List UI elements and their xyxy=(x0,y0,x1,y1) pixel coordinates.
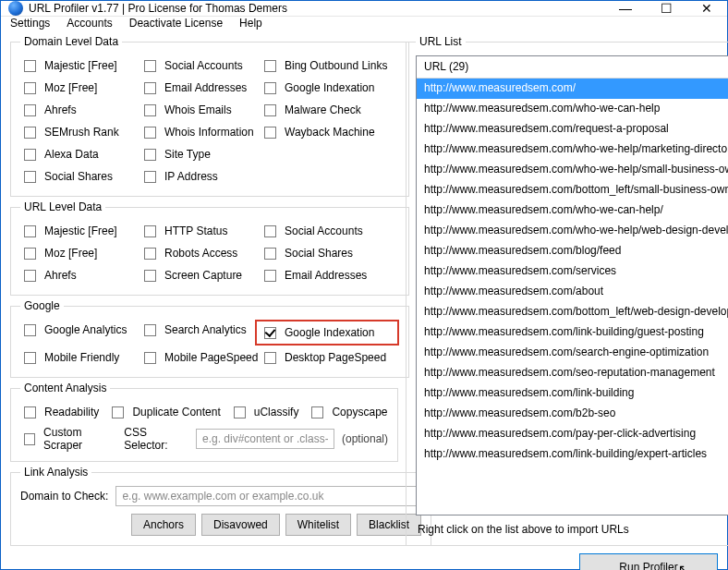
chk-url-majestic[interactable]: Majestic [Free] xyxy=(20,221,140,241)
close-button[interactable]: ✕ xyxy=(686,1,727,16)
group-domain-level: Domain Level Data Majestic [Free] Social… xyxy=(10,35,409,197)
highlight-google-indexation: Google Indexation xyxy=(255,320,399,346)
chk-domain-alexa[interactable]: Alexa Data xyxy=(20,144,140,164)
disavowed-button[interactable]: Disavowed xyxy=(201,514,280,536)
chk-domain-bing-outbound[interactable]: Bing Outbound Links xyxy=(261,55,399,76)
minimize-button[interactable]: — xyxy=(605,1,646,16)
group-google-legend: Google xyxy=(20,299,64,312)
url-row[interactable]: http://www.measuredsem.com/bottom_left/w… xyxy=(417,302,728,322)
content-area: Domain Level Data Majestic [Free] Social… xyxy=(1,30,727,553)
chk-custom-scraper[interactable]: Custom Scraper xyxy=(20,429,116,449)
chk-domain-social-shares[interactable]: Social Shares xyxy=(20,166,140,187)
group-link-analysis: Link Analysis Domain to Check: Anchors D… xyxy=(10,466,431,546)
url-row[interactable]: http://www.measuredsem.com/b2b-seo xyxy=(417,404,728,424)
chk-url-moz[interactable]: Moz [Free] xyxy=(20,243,140,263)
chk-domain-social-accounts[interactable]: Social Accounts xyxy=(140,55,261,76)
url-row[interactable]: http://www.measuredsem.com/search-engine… xyxy=(417,343,728,363)
url-row[interactable]: http://www.measuredsem.com/bottom_left/s… xyxy=(417,180,728,200)
chk-domain-ahrefs[interactable]: Ahrefs xyxy=(20,100,140,120)
url-row[interactable]: http://www.measuredsem.com/blog/feed xyxy=(417,241,728,261)
menu-accounts[interactable]: Accounts xyxy=(67,17,112,30)
chk-url-ahrefs[interactable]: Ahrefs xyxy=(20,265,140,285)
window-title: URL Profiler v1.77 | Pro License for Tho… xyxy=(29,2,605,15)
menu-settings[interactable]: Settings xyxy=(10,17,50,30)
url-row[interactable]: http://www.measuredsem.com/who-we-help/w… xyxy=(417,221,728,241)
chk-copyscape[interactable]: Copyscape xyxy=(308,402,387,422)
footer: Run Profiler ↖ xyxy=(1,553,727,570)
maximize-button[interactable]: ☐ xyxy=(646,1,686,16)
chk-domain-malware[interactable]: Malware Check xyxy=(261,100,399,120)
chk-domain-whois-emails[interactable]: Whois Emails xyxy=(140,100,261,120)
url-row[interactable]: http://www.measuredsem.com/who-we-help/s… xyxy=(417,160,728,180)
chk-url-social-shares[interactable]: Social Shares xyxy=(261,243,399,263)
group-domain-legend: Domain Level Data xyxy=(20,35,122,48)
chk-google-indexation[interactable]: Google Indexation xyxy=(261,322,394,343)
css-optional-label: (optional) xyxy=(342,432,388,445)
url-row[interactable]: http://www.measuredsem.com/who-we-can-he… xyxy=(417,200,728,221)
url-row[interactable]: http://www.measuredsem.com/pay-per-click… xyxy=(417,424,728,444)
anchors-button[interactable]: Anchors xyxy=(131,514,196,536)
chk-domain-semrush[interactable]: SEMrush Rank xyxy=(20,122,140,142)
left-column: Domain Level Data Majestic [Free] Social… xyxy=(10,35,398,546)
cursor-icon: ↖ xyxy=(678,562,689,570)
menu-help[interactable]: Help xyxy=(239,17,262,30)
chk-google-search-analytics[interactable]: Search Analytics xyxy=(140,320,261,340)
url-row[interactable]: http://www.measuredsem.com/who-we-can-he… xyxy=(417,99,728,119)
css-selector-label: CSS Selector: xyxy=(124,426,188,452)
url-row[interactable]: http://www.measuredsem.com/about xyxy=(417,282,728,302)
group-url-legend: URL Level Data xyxy=(20,200,105,213)
chk-url-robots[interactable]: Robots Access xyxy=(140,243,261,263)
chk-domain-email[interactable]: Email Addresses xyxy=(140,78,261,98)
group-content-legend: Content Analysis xyxy=(20,382,110,394)
url-row[interactable]: http://www.measuredsem.com/link-building… xyxy=(417,322,728,343)
whitelist-button[interactable]: Whitelist xyxy=(285,514,351,536)
group-url-level: URL Level Data Majestic [Free] HTTP Stat… xyxy=(10,200,409,296)
group-urllist-legend: URL List xyxy=(416,35,466,48)
right-column: URL List URL (29) http://www.measuredsem… xyxy=(406,35,728,546)
url-row[interactable]: http://www.measuredsem.com/who-we-help/m… xyxy=(417,139,728,160)
chk-google-mobile-pagespeed[interactable]: Mobile PageSpeed xyxy=(140,347,261,368)
url-row[interactable]: http://www.measuredsem.com/seo-reputatio… xyxy=(417,363,728,383)
chk-domain-moz[interactable]: Moz [Free] xyxy=(20,78,140,98)
url-row[interactable]: http://www.measuredsem.com/ xyxy=(417,79,728,99)
url-listbox[interactable]: URL (29) http://www.measuredsem.com/http… xyxy=(416,55,728,515)
group-content-analysis: Content Analysis Readability Duplicate C… xyxy=(10,382,398,462)
domain-to-check-input[interactable] xyxy=(115,486,421,506)
url-list-hint: Right click on the list above to import … xyxy=(418,523,728,536)
chk-readability[interactable]: Readability xyxy=(20,402,99,422)
chk-url-http-status[interactable]: HTTP Status xyxy=(140,221,261,241)
chk-domain-whois-info[interactable]: Whois Information xyxy=(140,122,261,142)
group-link-legend: Link Analysis xyxy=(20,466,91,479)
chk-google-analytics[interactable]: Google Analytics xyxy=(20,320,140,340)
chk-domain-ip[interactable]: IP Address xyxy=(140,166,261,187)
url-list-header[interactable]: URL (29) xyxy=(417,56,728,79)
css-selector-input[interactable] xyxy=(196,429,334,449)
chk-domain-google-indexation[interactable]: Google Indexation xyxy=(261,78,399,98)
url-row[interactable]: http://www.measuredsem.com/services xyxy=(417,261,728,282)
menu-deactivate[interactable]: Deactivate License xyxy=(129,17,223,30)
chk-uclassify[interactable]: uClassify xyxy=(230,402,299,422)
run-profiler-button[interactable]: Run Profiler ↖ xyxy=(579,553,718,570)
chk-duplicate-content[interactable]: Duplicate Content xyxy=(108,402,220,422)
domain-to-check-label: Domain to Check: xyxy=(20,490,108,503)
chk-google-mobile-friendly[interactable]: Mobile Friendly xyxy=(20,347,140,368)
titlebar: URL Profiler v1.77 | Pro License for Tho… xyxy=(1,1,727,17)
chk-url-screen-capture[interactable]: Screen Capture xyxy=(140,265,261,285)
app-icon xyxy=(8,1,23,16)
chk-url-social-accounts[interactable]: Social Accounts xyxy=(261,221,399,241)
url-row[interactable]: http://www.measuredsem.com/link-building xyxy=(417,383,728,404)
chk-url-email[interactable]: Email Addresses xyxy=(261,265,399,285)
url-row[interactable]: http://www.measuredsem.com/link-building… xyxy=(417,444,728,465)
group-url-list: URL List URL (29) http://www.measuredsem… xyxy=(406,35,728,546)
chk-domain-majestic[interactable]: Majestic [Free] xyxy=(20,55,140,76)
url-row[interactable]: http://www.measuredsem.com/request-a-pro… xyxy=(417,119,728,139)
url-list-content: URL (29) http://www.measuredsem.com/http… xyxy=(417,56,728,515)
app-window: URL Profiler v1.77 | Pro License for Tho… xyxy=(0,0,728,570)
chk-domain-site-type[interactable]: Site Type xyxy=(140,144,261,164)
menubar: Settings Accounts Deactivate License Hel… xyxy=(1,17,727,30)
group-google: Google Google Analytics Search Analytics… xyxy=(10,299,409,378)
chk-google-desktop-pagespeed[interactable]: Desktop PageSpeed xyxy=(261,347,399,368)
chk-domain-wayback[interactable]: Wayback Machine xyxy=(261,122,399,142)
